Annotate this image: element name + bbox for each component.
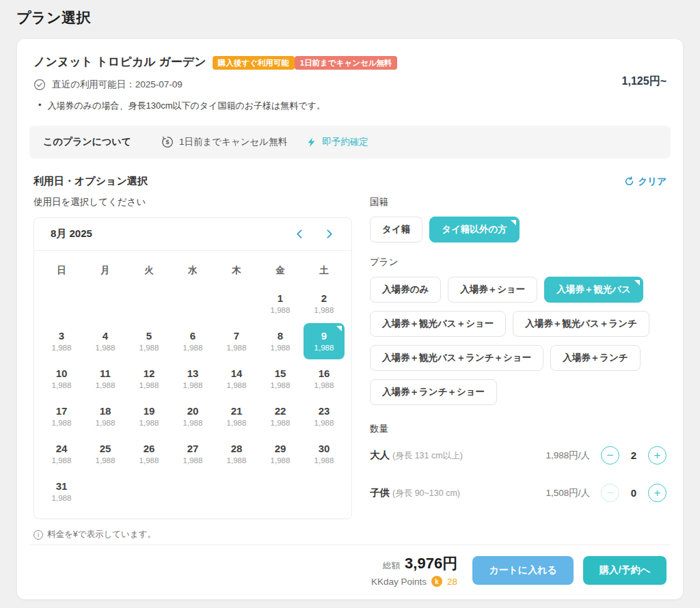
- plan-label: プラン: [370, 256, 667, 268]
- coin-icon: k: [431, 576, 442, 587]
- calendar-day-number: 2: [321, 292, 327, 305]
- calendar-day-number: 1: [278, 292, 283, 305]
- calendar-day-3[interactable]: 31,988: [41, 323, 82, 359]
- calendar-day-23[interactable]: 231,988: [304, 398, 345, 434]
- checkout-footer: 総額3,976円 KKday Points k 28 カートに入れる 購入/予約…: [29, 544, 671, 590]
- calendar-day-price: 1,988: [183, 418, 203, 429]
- unit-price: 1,988円/人: [546, 450, 590, 462]
- calendar-day-price: 1,988: [52, 418, 72, 429]
- minus-button[interactable]: −: [601, 484, 619, 502]
- calendar: 8月 2025: [33, 217, 352, 519]
- plan-title: ノンヌット トロピカル ガーデン: [33, 54, 206, 70]
- calendar-day-20[interactable]: 201,988: [172, 398, 213, 434]
- plus-button[interactable]: +: [648, 446, 667, 465]
- quantity-detail: (身長 131 cm以上): [392, 451, 463, 460]
- calendar-day-7[interactable]: 71,988: [216, 323, 257, 359]
- calendar-day-number: 5: [146, 329, 152, 343]
- calendar-day-18[interactable]: 181,988: [85, 398, 126, 434]
- calendar-day-8[interactable]: 81,988: [260, 323, 301, 359]
- options-header: 利用日・オプション選択 クリア: [33, 175, 667, 188]
- calendar-day-price: 1,988: [183, 381, 203, 391]
- calendar-day-price: 1,988: [271, 418, 291, 429]
- points-row: KKday Points k 28: [371, 576, 457, 587]
- calendar-day-29[interactable]: 291,988: [260, 436, 301, 472]
- calendar-day-24[interactable]: 241,988: [41, 436, 82, 472]
- plan-option[interactable]: 入場券＋観光バス＋ショー: [370, 311, 506, 337]
- clear-button[interactable]: クリア: [624, 176, 667, 188]
- total-label: 総額: [383, 561, 400, 570]
- calendar-day-26[interactable]: 261,988: [129, 436, 170, 472]
- plan-option[interactable]: 入場券＋ショー: [448, 277, 537, 303]
- calendar-day-number: 26: [144, 442, 155, 456]
- calendar-day-13[interactable]: 131,988: [172, 361, 213, 397]
- plan-badges: 購入後すぐ利用可能1日前までキャンセル無料: [213, 56, 398, 68]
- date-selection-column: 使用日を選択してください 8月 2025: [33, 192, 352, 540]
- calendar-day-31[interactable]: 311,988: [41, 473, 82, 510]
- plus-button[interactable]: +: [648, 484, 667, 502]
- calendar-day-17[interactable]: 171,988: [41, 398, 82, 434]
- calendar-day-14[interactable]: 141,988: [216, 361, 257, 397]
- lightning-icon: [306, 137, 317, 148]
- calendar-day-19[interactable]: 191,988: [129, 398, 170, 434]
- quantity-detail: (身長 90~130 cm): [392, 488, 460, 498]
- calendar-day-27[interactable]: 271,988: [172, 436, 213, 472]
- cancel-policy-feature: $ 1日前までキャンセル無料: [161, 136, 287, 148]
- calendar-day-22[interactable]: 221,988: [260, 398, 301, 434]
- check-circle-icon: [33, 79, 46, 91]
- calendar-day-price: 1,988: [139, 343, 159, 354]
- plan-option[interactable]: 入場券＋ランチ＋ショー: [370, 379, 497, 405]
- plan-option[interactable]: 入場券＋観光バス＋ランチ＋ショー: [370, 345, 543, 371]
- calendar-day-price: 1,988: [227, 418, 247, 429]
- calendar-day-16[interactable]: 161,988: [304, 361, 345, 397]
- calendar-day-2[interactable]: 21,988: [304, 286, 345, 322]
- calendar-day-6[interactable]: 61,988: [172, 323, 213, 359]
- calendar-day-12[interactable]: 121,988: [129, 361, 170, 397]
- add-to-cart-button[interactable]: カートに入れる: [472, 556, 574, 585]
- instant-confirmation-text[interactable]: 即予約確定: [322, 136, 368, 148]
- calendar-day-4[interactable]: 41,988: [85, 323, 126, 359]
- calendar-day-10[interactable]: 101,988: [41, 361, 82, 397]
- instant-confirmation-feature[interactable]: 即予約確定: [306, 136, 368, 148]
- calendar-day-number: 9: [321, 329, 327, 343]
- calendar-day-number: 11: [100, 367, 111, 381]
- quantity-rows: 大人(身長 131 cm以上)1,988円/人−2+子供(身長 90~130 c…: [370, 446, 667, 502]
- plan-option[interactable]: 入場券＋観光バス＋ランチ: [513, 311, 649, 337]
- calendar-weekday: 木: [215, 259, 258, 282]
- plan-note-text: 入場券のみの場合、身長130cm以下のタイ国籍のお子様は無料です。: [48, 100, 325, 112]
- calendar-day-number: 8: [278, 329, 283, 343]
- calendar-day-5[interactable]: 51,988: [129, 323, 170, 359]
- calendar-day-number: 24: [56, 442, 68, 456]
- calendar-day-15[interactable]: 151,988: [260, 361, 301, 397]
- minus-button[interactable]: −: [601, 446, 619, 465]
- nationality-option[interactable]: タイ籍: [370, 217, 422, 243]
- calendar-day-1[interactable]: 11,988: [260, 286, 301, 322]
- svg-text:$: $: [165, 139, 169, 146]
- date-prompt: 使用日を選択してください: [33, 196, 352, 208]
- calendar-nav: [294, 228, 335, 240]
- plan-option[interactable]: 入場券のみ: [370, 277, 441, 303]
- calendar-day-price: 1,988: [314, 343, 334, 354]
- calendar-empty-cell: [85, 473, 126, 510]
- calendar-day-21[interactable]: 211,988: [216, 398, 257, 434]
- calendar-day-9[interactable]: 91,988: [304, 323, 345, 359]
- nationality-option[interactable]: タイ籍以外の方: [429, 217, 519, 243]
- calendar-day-number: 25: [100, 442, 111, 456]
- calendar-next-button[interactable]: [323, 228, 335, 240]
- plan-option[interactable]: 入場券＋観光バス: [544, 277, 643, 303]
- calendar-prev-button[interactable]: [294, 228, 306, 240]
- calendar-day-price: 1,988: [96, 456, 116, 467]
- calendar-empty-cell: [260, 473, 301, 510]
- plan-card-header-left: ノンヌット トロピカル ガーデン 購入後すぐ利用可能1日前までキャンセル無料 直…: [33, 54, 397, 112]
- calendar-day-11[interactable]: 111,988: [85, 361, 126, 397]
- calendar-day-25[interactable]: 251,988: [85, 436, 126, 472]
- purchase-button[interactable]: 購入/予約へ: [583, 556, 667, 585]
- calendar-day-30[interactable]: 301,988: [304, 436, 345, 472]
- plan-option[interactable]: 入場券＋ランチ: [550, 345, 640, 371]
- calendar-day-28[interactable]: 281,988: [216, 436, 257, 472]
- calendar-day-number: 7: [234, 329, 239, 343]
- calendar-day-number: 30: [319, 442, 330, 456]
- plan-title-row: ノンヌット トロピカル ガーデン 購入後すぐ利用可能1日前までキャンセル無料: [33, 54, 397, 70]
- points-value: 28: [447, 577, 457, 587]
- info-icon: i: [33, 530, 43, 540]
- calendar-weekday: 金: [258, 259, 302, 282]
